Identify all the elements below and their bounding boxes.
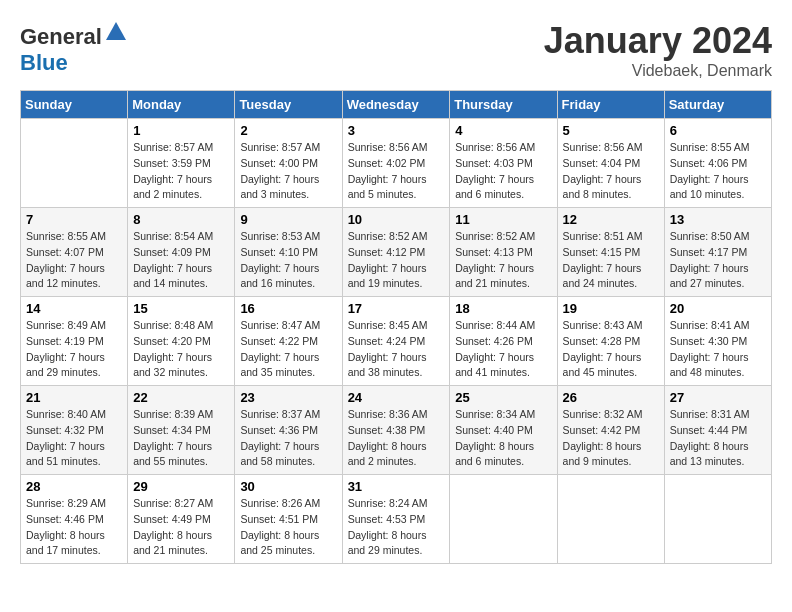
day-info: Sunrise: 8:40 AMSunset: 4:32 PMDaylight:…: [26, 407, 122, 470]
table-row: 12Sunrise: 8:51 AMSunset: 4:15 PMDayligh…: [557, 208, 664, 297]
calendar-week-row: 21Sunrise: 8:40 AMSunset: 4:32 PMDayligh…: [21, 386, 772, 475]
day-info: Sunrise: 8:29 AMSunset: 4:46 PMDaylight:…: [26, 496, 122, 559]
day-number: 5: [563, 123, 659, 138]
table-row: 24Sunrise: 8:36 AMSunset: 4:38 PMDayligh…: [342, 386, 450, 475]
day-info: Sunrise: 8:52 AMSunset: 4:13 PMDaylight:…: [455, 229, 551, 292]
table-row: 26Sunrise: 8:32 AMSunset: 4:42 PMDayligh…: [557, 386, 664, 475]
header-friday: Friday: [557, 91, 664, 119]
logo-icon: [104, 20, 128, 44]
day-number: 15: [133, 301, 229, 316]
header-wednesday: Wednesday: [342, 91, 450, 119]
day-info: Sunrise: 8:53 AMSunset: 4:10 PMDaylight:…: [240, 229, 336, 292]
table-row: 6Sunrise: 8:55 AMSunset: 4:06 PMDaylight…: [664, 119, 771, 208]
day-number: 25: [455, 390, 551, 405]
day-info: Sunrise: 8:51 AMSunset: 4:15 PMDaylight:…: [563, 229, 659, 292]
day-info: Sunrise: 8:49 AMSunset: 4:19 PMDaylight:…: [26, 318, 122, 381]
table-row: 5Sunrise: 8:56 AMSunset: 4:04 PMDaylight…: [557, 119, 664, 208]
table-row: 22Sunrise: 8:39 AMSunset: 4:34 PMDayligh…: [128, 386, 235, 475]
day-number: 20: [670, 301, 766, 316]
day-number: 24: [348, 390, 445, 405]
header-sunday: Sunday: [21, 91, 128, 119]
table-row: 20Sunrise: 8:41 AMSunset: 4:30 PMDayligh…: [664, 297, 771, 386]
day-number: 19: [563, 301, 659, 316]
header-tuesday: Tuesday: [235, 91, 342, 119]
title-block: January 2024 Videbaek, Denmark: [544, 20, 772, 80]
day-info: Sunrise: 8:43 AMSunset: 4:28 PMDaylight:…: [563, 318, 659, 381]
header-thursday: Thursday: [450, 91, 557, 119]
day-number: 8: [133, 212, 229, 227]
day-info: Sunrise: 8:56 AMSunset: 4:04 PMDaylight:…: [563, 140, 659, 203]
day-number: 17: [348, 301, 445, 316]
calendar-week-row: 28Sunrise: 8:29 AMSunset: 4:46 PMDayligh…: [21, 475, 772, 564]
day-info: Sunrise: 8:47 AMSunset: 4:22 PMDaylight:…: [240, 318, 336, 381]
logo-blue: Blue: [20, 50, 68, 75]
table-row: 9Sunrise: 8:53 AMSunset: 4:10 PMDaylight…: [235, 208, 342, 297]
day-number: 3: [348, 123, 445, 138]
table-row: 19Sunrise: 8:43 AMSunset: 4:28 PMDayligh…: [557, 297, 664, 386]
header-saturday: Saturday: [664, 91, 771, 119]
header-monday: Monday: [128, 91, 235, 119]
table-row: 27Sunrise: 8:31 AMSunset: 4:44 PMDayligh…: [664, 386, 771, 475]
day-info: Sunrise: 8:24 AMSunset: 4:53 PMDaylight:…: [348, 496, 445, 559]
day-number: 11: [455, 212, 551, 227]
day-info: Sunrise: 8:50 AMSunset: 4:17 PMDaylight:…: [670, 229, 766, 292]
day-info: Sunrise: 8:57 AMSunset: 3:59 PMDaylight:…: [133, 140, 229, 203]
table-row: 1Sunrise: 8:57 AMSunset: 3:59 PMDaylight…: [128, 119, 235, 208]
location-subtitle: Videbaek, Denmark: [544, 62, 772, 80]
day-number: 4: [455, 123, 551, 138]
day-info: Sunrise: 8:48 AMSunset: 4:20 PMDaylight:…: [133, 318, 229, 381]
table-row: 11Sunrise: 8:52 AMSunset: 4:13 PMDayligh…: [450, 208, 557, 297]
table-row: 18Sunrise: 8:44 AMSunset: 4:26 PMDayligh…: [450, 297, 557, 386]
svg-marker-0: [106, 22, 126, 40]
table-row: 4Sunrise: 8:56 AMSunset: 4:03 PMDaylight…: [450, 119, 557, 208]
day-number: 22: [133, 390, 229, 405]
day-info: Sunrise: 8:32 AMSunset: 4:42 PMDaylight:…: [563, 407, 659, 470]
calendar-header-row: Sunday Monday Tuesday Wednesday Thursday…: [21, 91, 772, 119]
table-row: 30Sunrise: 8:26 AMSunset: 4:51 PMDayligh…: [235, 475, 342, 564]
day-number: 27: [670, 390, 766, 405]
day-info: Sunrise: 8:44 AMSunset: 4:26 PMDaylight:…: [455, 318, 551, 381]
day-info: Sunrise: 8:26 AMSunset: 4:51 PMDaylight:…: [240, 496, 336, 559]
calendar-week-row: 14Sunrise: 8:49 AMSunset: 4:19 PMDayligh…: [21, 297, 772, 386]
table-row: 16Sunrise: 8:47 AMSunset: 4:22 PMDayligh…: [235, 297, 342, 386]
day-number: 23: [240, 390, 336, 405]
table-row: 14Sunrise: 8:49 AMSunset: 4:19 PMDayligh…: [21, 297, 128, 386]
table-row: 17Sunrise: 8:45 AMSunset: 4:24 PMDayligh…: [342, 297, 450, 386]
table-row: 7Sunrise: 8:55 AMSunset: 4:07 PMDaylight…: [21, 208, 128, 297]
day-info: Sunrise: 8:37 AMSunset: 4:36 PMDaylight:…: [240, 407, 336, 470]
table-row: 21Sunrise: 8:40 AMSunset: 4:32 PMDayligh…: [21, 386, 128, 475]
day-info: Sunrise: 8:27 AMSunset: 4:49 PMDaylight:…: [133, 496, 229, 559]
day-info: Sunrise: 8:41 AMSunset: 4:30 PMDaylight:…: [670, 318, 766, 381]
day-number: 12: [563, 212, 659, 227]
calendar-week-row: 7Sunrise: 8:55 AMSunset: 4:07 PMDaylight…: [21, 208, 772, 297]
day-number: 14: [26, 301, 122, 316]
day-info: Sunrise: 8:45 AMSunset: 4:24 PMDaylight:…: [348, 318, 445, 381]
table-row: 31Sunrise: 8:24 AMSunset: 4:53 PMDayligh…: [342, 475, 450, 564]
day-number: 16: [240, 301, 336, 316]
table-row: 13Sunrise: 8:50 AMSunset: 4:17 PMDayligh…: [664, 208, 771, 297]
day-info: Sunrise: 8:54 AMSunset: 4:09 PMDaylight:…: [133, 229, 229, 292]
day-number: 31: [348, 479, 445, 494]
day-number: 9: [240, 212, 336, 227]
table-row: [21, 119, 128, 208]
day-info: Sunrise: 8:52 AMSunset: 4:12 PMDaylight:…: [348, 229, 445, 292]
table-row: 29Sunrise: 8:27 AMSunset: 4:49 PMDayligh…: [128, 475, 235, 564]
day-number: 21: [26, 390, 122, 405]
logo: General Blue: [20, 20, 128, 76]
day-number: 6: [670, 123, 766, 138]
day-number: 29: [133, 479, 229, 494]
day-info: Sunrise: 8:34 AMSunset: 4:40 PMDaylight:…: [455, 407, 551, 470]
calendar-table: Sunday Monday Tuesday Wednesday Thursday…: [20, 90, 772, 564]
day-info: Sunrise: 8:56 AMSunset: 4:03 PMDaylight:…: [455, 140, 551, 203]
day-number: 28: [26, 479, 122, 494]
day-info: Sunrise: 8:55 AMSunset: 4:07 PMDaylight:…: [26, 229, 122, 292]
logo-general: General: [20, 24, 102, 49]
day-info: Sunrise: 8:36 AMSunset: 4:38 PMDaylight:…: [348, 407, 445, 470]
table-row: 28Sunrise: 8:29 AMSunset: 4:46 PMDayligh…: [21, 475, 128, 564]
table-row: 25Sunrise: 8:34 AMSunset: 4:40 PMDayligh…: [450, 386, 557, 475]
day-number: 2: [240, 123, 336, 138]
day-number: 7: [26, 212, 122, 227]
month-year-title: January 2024: [544, 20, 772, 62]
day-number: 30: [240, 479, 336, 494]
day-number: 13: [670, 212, 766, 227]
